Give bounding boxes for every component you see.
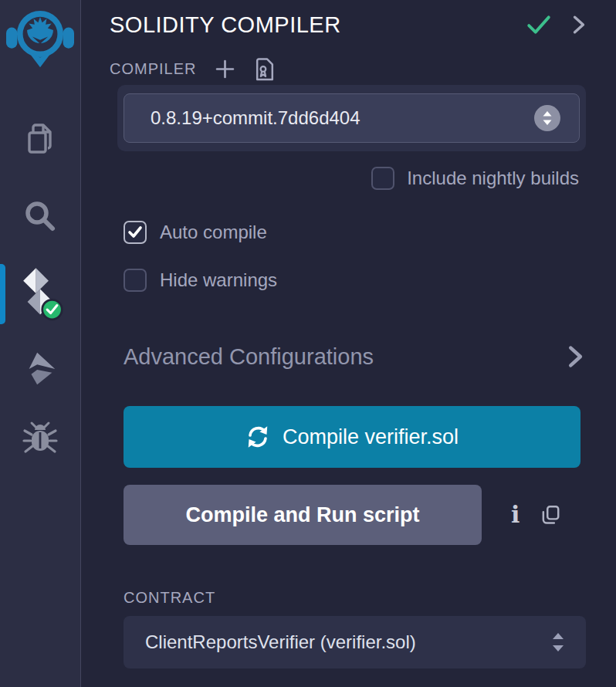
solidity-compiler-panel: SOLIDITY COMPILER COMPILER 0.8.19+comm [81,0,616,687]
active-tab-indicator [0,264,5,324]
add-custom-compiler-icon[interactable] [215,59,235,80]
sidebar-item-debugger[interactable] [0,421,80,458]
panel-header: SOLIDITY COMPILER [110,11,586,39]
sidebar-item-file-explorer[interactable] [0,120,80,157]
advanced-configurations-label: Advanced Configurations [124,344,374,370]
copy-pages-icon [22,120,59,157]
compiler-version-value: 0.8.19+commit.7dd6d404 [151,107,360,129]
contract-section-label: CONTRACT [124,589,215,607]
collapse-panel-chevron-icon[interactable] [572,15,586,35]
ethereum-icon [21,350,59,388]
up-down-arrows-icon [540,108,554,128]
compile-and-run-button[interactable]: Compile and Run script [124,485,482,545]
contract-section-header: CONTRACT [124,588,586,607]
copy-pages-glyph [540,504,561,526]
copy-icon[interactable] [540,504,561,526]
compile-and-run-row: Compile and Run script i [124,485,586,545]
license-file-badge-icon[interactable] [254,57,276,81]
sidebar-item-deploy-run[interactable] [0,350,80,388]
include-nightly-label[interactable]: Include nightly builds [407,168,579,189]
hide-warnings-label[interactable]: Hide warnings [160,269,277,291]
compile-success-check-icon [526,14,551,36]
compiler-section-label: COMPILER [110,60,196,78]
remix-app: SOLIDITY COMPILER COMPILER 0.8.19+comm [0,0,616,687]
contract-select-arrows [550,631,566,654]
auto-compile-checkbox[interactable] [124,221,147,244]
info-icon[interactable]: i [511,503,520,526]
refresh-sync-icon [245,425,270,449]
select-spinner-icon[interactable] [534,105,560,131]
sidebar-item-solidity-compiler[interactable] [0,266,80,322]
contract-select-value: ClientReportsVerifier (verifier.sol) [145,631,416,653]
sidebar-item-search[interactable] [0,198,80,234]
advanced-configurations-toggle[interactable]: Advanced Configurations [124,341,586,372]
hide-warnings-row: Hide warnings [124,267,586,293]
page-title: SOLIDITY COMPILER [110,12,526,38]
compile-button[interactable]: Compile verifier.sol [124,406,580,468]
icon-sidebar [0,0,81,687]
hide-warnings-checkbox[interactable] [124,269,147,292]
remix-logo-icon [6,4,74,73]
sidebar-item-home[interactable] [0,4,80,73]
include-nightly-checkbox[interactable] [371,167,394,190]
compile-button-label: Compile verifier.sol [283,425,459,449]
bug-icon [22,421,59,458]
include-nightly-row: Include nightly builds [110,165,586,191]
auto-compile-label[interactable]: Auto compile [160,222,267,243]
contract-select[interactable]: ClientReportsVerifier (verifier.sol) [124,616,586,668]
solidity-icon [16,266,64,322]
auto-compile-row: Auto compile [124,219,586,245]
compiler-version-select-wrap: 0.8.19+commit.7dd6d404 [117,85,586,151]
checkmark-icon [127,225,143,239]
compiler-version-select[interactable]: 0.8.19+commit.7dd6d404 [124,93,580,143]
up-down-arrows-icon [550,631,566,654]
compiler-section-header: COMPILER [110,57,586,80]
expand-chevron-icon [567,344,584,369]
search-icon [22,198,58,234]
